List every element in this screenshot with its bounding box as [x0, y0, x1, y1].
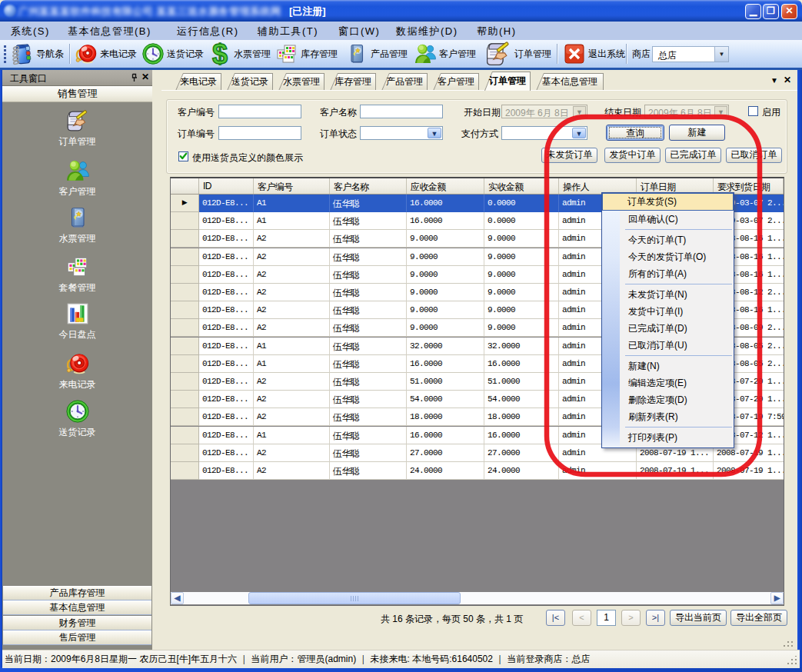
svg-text:$: $ — [212, 42, 228, 65]
